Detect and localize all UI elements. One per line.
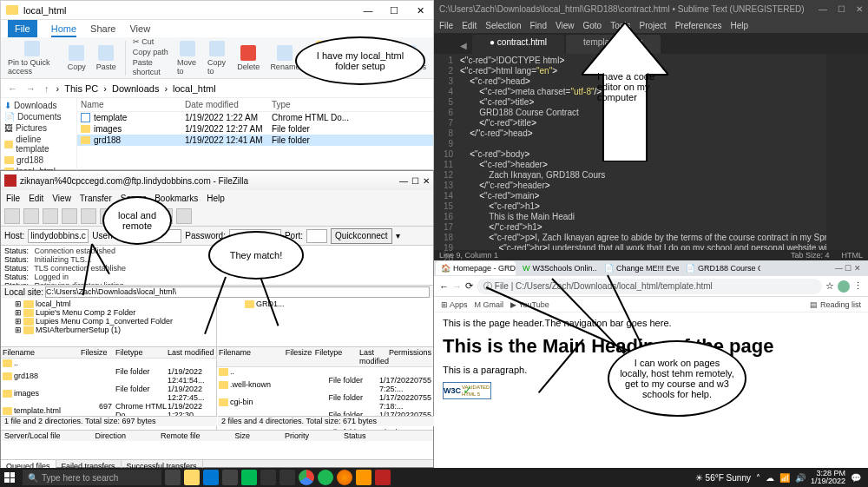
back-button[interactable]: ← [439,281,449,292]
maximize-button[interactable]: ☐ [411,176,419,186]
chrome-tabs: 🏠Homepage - GRD ... WW3Schools Onlin...×… [434,260,868,276]
profile-icon[interactable] [838,280,850,293]
chrome-tab[interactable]: 📄GRD188 Course C...× [681,261,760,275]
notifications-icon[interactable]: 💬 [851,473,861,483]
close-button[interactable]: ✕ [407,1,433,20]
taskbar-explorer-icon[interactable] [184,470,200,485]
explorer-titlebar[interactable]: local_html — ☐ ✕ [1,1,433,20]
taskbar-chrome-icon[interactable] [299,470,314,485]
bookmark-gmail[interactable]: M Gmail [475,300,504,309]
sublime-titlebar[interactable]: C:\Users\Zach\Downloads\local_html\GRD18… [434,0,868,17]
tab-home[interactable]: Home [51,20,76,37]
taskbar-app-icon[interactable] [241,470,257,485]
apps-button[interactable]: ⊞ Apps [441,300,468,309]
task-view-icon[interactable] [165,470,181,485]
minimize-button[interactable]: — [399,176,408,186]
quickconnect-button[interactable]: Quickconnect [331,228,392,244]
taskbar-search[interactable]: 🔍 Type here to search [23,470,161,485]
tab-share[interactable]: Share [90,20,115,37]
chrome-tab[interactable]: 🏠Homepage - GRD ... [436,261,516,275]
file-row[interactable]: cgi-binFile folder1/17/2022 7:18:...0755 [217,393,433,411]
file-row[interactable]: .well-knownFile folder1/17/2022 7:25:...… [217,376,433,393]
toolbar-button[interactable] [62,208,77,224]
close-button[interactable]: ✕ [423,176,430,186]
tree-item[interactable]: dieline template [4,134,73,155]
chrome-tab[interactable]: 📄Change ME!!! Ever...× [599,261,679,275]
taskbar-filezilla-icon[interactable] [375,470,391,485]
tray-chevron-icon[interactable]: ˄ [756,473,760,483]
remote-tree: GRD1... [217,298,433,346]
file-row[interactable]: grd1881/19/2022 12:41 AMFile folder [77,135,433,146]
delete-button[interactable]: Delete [235,43,261,73]
chrome-tab[interactable]: WW3Schools Onlin...× [517,261,597,275]
tree-item[interactable]: ⊞MSIAfterburnerSetup (1) [4,326,213,334]
cut-button[interactable]: ✂ Cut [133,37,168,48]
star-icon[interactable]: ☆ [825,280,834,292]
file-row[interactable]: imagesFile folder1/19/2022 12:27:45... [1,385,216,402]
w3c-badge[interactable]: W3C VALIDATEDHTML 5✓ [443,382,491,399]
tree-item[interactable]: ⊞local_html [4,299,213,308]
taskbar-app-icon[interactable] [279,470,295,485]
move-to-button[interactable]: Move to [175,39,199,77]
minimize-button[interactable]: — [819,4,827,14]
taskbar: 🔍 Type here to search ☀ 56°F Sunny ˄ ☁ 📶… [0,468,868,487]
close-button[interactable]: — ☐ ✕ [828,264,868,273]
file-row[interactable]: images1/19/2022 12:27 AMFile folder [77,123,433,135]
tab-contract[interactable]: ● contract.html [472,35,564,54]
toolbar-button[interactable] [43,208,58,224]
clock[interactable]: 3:28 PM 1/19/2022 [811,470,845,485]
tab-view[interactable]: View [129,20,150,37]
maximize-button[interactable]: ☐ [381,1,407,20]
tree-item[interactable]: ⬇Downloads [4,100,73,111]
tree-item[interactable]: ⊞Lupies Menu Comp 1_converted Folder [4,317,213,326]
copy-button[interactable]: Copy [66,43,88,73]
paste-shortcut-button[interactable]: Paste shortcut [133,58,168,78]
forward-button[interactable]: → [452,281,462,292]
tree-item[interactable]: 📄Documents [4,111,73,122]
tray-cloud-icon[interactable]: ☁ [766,473,774,483]
up-button[interactable]: ↑ [43,83,51,94]
tree-item[interactable]: ⊞Lupie's Menu Comp 2 Folder [4,308,213,317]
port-input[interactable] [306,229,327,243]
taskbar-edge-icon[interactable] [203,470,219,485]
file-row[interactable]: template1/19/2022 1:22 AMChrome HTML Do.… [77,112,433,123]
copy-path-button[interactable]: Copy path [133,48,168,58]
taskbar-app-icon[interactable] [222,470,238,485]
local-site-input[interactable] [45,286,430,298]
tray-wifi-icon[interactable]: 📶 [779,473,790,483]
file-row[interactable]: imagesFile folder1/17/2022 10:0...0755 [217,428,433,430]
paste-button[interactable]: Paste [95,43,118,73]
reading-list-button[interactable]: ▤ Reading list [810,300,861,309]
tab-file[interactable]: File [8,20,37,37]
minimap[interactable] [826,54,868,250]
tree-item[interactable]: 🖼Pictures [4,122,73,134]
weather-widget[interactable]: ☀ 56°F Sunny [695,473,751,483]
taskbar-firefox-icon[interactable] [337,470,352,485]
taskbar-app-icon[interactable] [260,470,276,485]
address-bar[interactable]: ⓘ File | C:/Users/Zach/Downloads/local_h… [477,279,822,294]
maximize-button[interactable]: ☐ [838,4,845,14]
copy-to-button[interactable]: Copy to [206,39,228,77]
filezilla-titlebar[interactable]: ziknayan%40cpccegd.com@ftp.lindydobbins.… [1,171,433,190]
file-row[interactable]: .. [217,367,433,376]
pin-button[interactable]: Pin to Quick access [6,39,59,77]
back-button[interactable]: ← [6,83,19,94]
toolbar-button[interactable] [81,208,96,224]
menu-icon[interactable]: ⋮ [853,280,863,292]
file-row[interactable]: grd188File folder1/19/2022 12:41:54... [1,367,216,385]
taskbar-spotify-icon[interactable] [318,470,333,485]
toolbar-button[interactable] [23,208,39,224]
close-button[interactable]: ✕ [856,4,863,14]
minimize-button[interactable]: — [355,1,381,20]
toolbar-button[interactable] [4,208,20,224]
forward-button[interactable]: → [24,83,37,94]
reload-button[interactable]: ⟳ [465,280,473,292]
taskbar-sublime-icon[interactable] [356,470,372,485]
tray-volume-icon[interactable]: 🔊 [795,473,806,483]
tab-arrow-icon[interactable]: ◀ [455,37,472,54]
start-button[interactable] [0,468,19,487]
file-row[interactable]: .. [1,359,216,367]
host-input[interactable] [28,229,89,243]
toolbar-button[interactable] [176,208,192,224]
tree-item[interactable]: grd188 [4,155,73,166]
